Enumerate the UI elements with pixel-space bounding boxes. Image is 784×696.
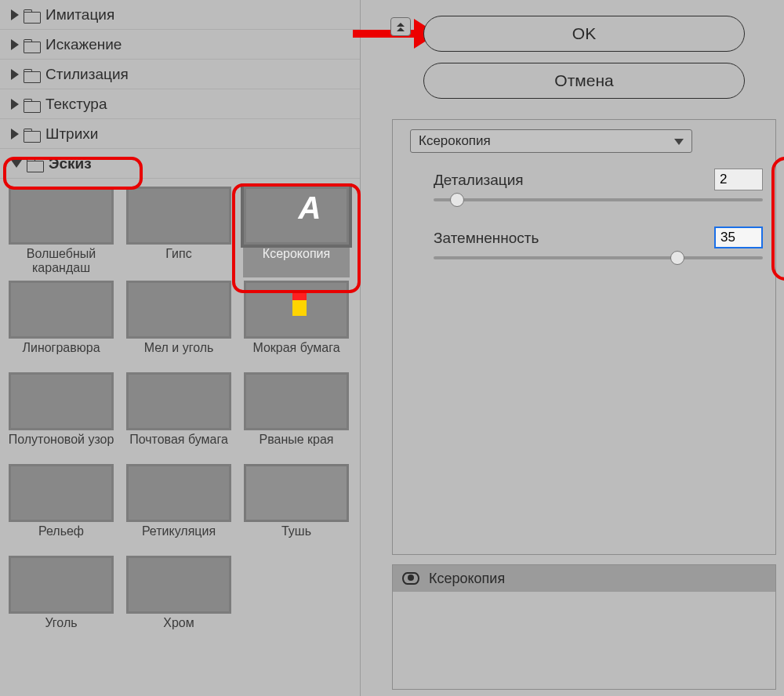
thumbnail-image [9,556,114,614]
thumbnail-image [126,187,231,245]
slider-thumb[interactable] [670,251,684,265]
ok-button[interactable]: OK [423,16,745,52]
category-row-texture[interactable]: Текстура [0,89,360,119]
thumbnail-label: Ксерокопия [263,247,330,275]
thumbnail-image [126,281,231,339]
expand-down-icon [11,160,22,168]
category-row-strokes[interactable]: Штрихи [0,119,360,149]
chevron-up-icon [397,23,405,27]
thumbnail-label: Хром [163,616,194,644]
filter-thumb-charcoal[interactable]: Уголь [8,556,114,644]
filter-thumb-magic-pencil[interactable]: Волшебный карандаш [8,187,114,277]
layer-name: Ксерокопия [429,571,505,587]
filter-thumb-wet-paper[interactable]: Мокрая бумага [243,281,350,369]
folder-icon [24,97,41,111]
param-detail-group: Детализация [434,172,763,189]
thumbnail-image [9,372,114,430]
filter-select-dropdown[interactable]: Ксерокопия [410,129,692,153]
expand-right-icon [11,39,19,50]
thumbnail-label: Линогравюра [22,341,100,369]
expand-right-icon [11,9,19,20]
folder-icon [24,67,41,82]
thumbnail-label: Рваные края [259,433,333,461]
thumbnail-image [126,464,231,522]
filter-thumb-kserocopy[interactable]: Ксерокопия [243,187,350,277]
eye-icon[interactable] [402,572,419,585]
filter-thumb-reticulation[interactable]: Ретикуляция [125,464,232,553]
filter-thumbnail-grid: Волшебный карандаш Гипс Ксерокопия Линог… [0,179,360,654]
thumbnail-label: Мокрая бумага [252,341,339,369]
param-darkness-input[interactable] [714,227,763,248]
thumbnail-label: Ретикуляция [142,524,216,553]
thumbnail-label: Рельеф [38,524,84,553]
category-row-stylize[interactable]: Стилизация [0,60,360,89]
collapse-panel-button[interactable] [390,17,411,36]
filter-thumb-torn-edges[interactable]: Рваные края [243,372,350,461]
folder-icon [24,8,41,22]
thumbnail-image [9,281,114,339]
param-detail-input[interactable] [714,169,763,190]
expand-right-icon [11,69,19,80]
param-darkness-slider[interactable] [434,256,763,259]
button-label: Отмена [554,71,613,90]
slider-thumb[interactable] [450,193,464,207]
filter-thumb-chrome[interactable]: Хром [125,556,232,644]
category-label: Имитация [45,6,114,24]
thumbnail-label: Уголь [45,616,77,644]
cancel-button[interactable]: Отмена [423,63,745,99]
category-row-distort[interactable]: Искажение [0,30,360,60]
thumbnail-image [126,556,231,614]
thumbnail-image [9,464,114,522]
chevron-up-icon [397,27,405,31]
folder-icon [24,127,41,141]
effect-layer-row[interactable]: Ксерокопия [393,565,775,592]
filter-settings-panel: OK Отмена Ксерокопия Детализация Затемне… [361,0,784,696]
category-label: Эскиз [49,155,92,172]
param-label: Затемненность [434,230,539,246]
thumbnail-image [244,372,349,430]
settings-group: Ксерокопия Детализация Затемненность [392,119,776,555]
filter-thumb-linocut[interactable]: Линогравюра [8,281,114,369]
thumbnail-label: Волшебный карандаш [8,247,114,275]
param-label: Детализация [434,172,524,188]
button-label: OK [572,24,596,43]
thumbnail-label: Мел и уголь [144,341,214,369]
category-row-imitation[interactable]: Имитация [0,0,360,30]
param-detail-slider[interactable] [434,198,763,201]
thumbnail-label: Тушь [281,524,311,553]
thumbnail-image [244,187,349,245]
filter-thumb-gips[interactable]: Гипс [125,187,232,277]
category-label: Текстура [45,96,107,113]
thumbnail-image [244,281,349,339]
thumbnail-image [9,187,114,245]
param-darkness-group: Затемненность [434,230,763,247]
thumbnail-label: Почтовая бумага [129,433,228,461]
chevron-down-icon [674,139,684,145]
filter-thumb-halftone[interactable]: Полутоновой узор [8,372,114,461]
expand-right-icon [11,99,19,110]
thumbnail-image [126,372,231,430]
category-label: Искажение [45,36,122,53]
dropdown-selected-label: Ксерокопия [419,133,491,149]
filter-thumb-notepaper[interactable]: Почтовая бумага [125,372,232,461]
thumbnail-image [244,464,349,522]
folder-icon [24,38,41,52]
category-label: Стилизация [45,66,129,83]
filter-thumb-ink[interactable]: Тушь [243,464,350,553]
folder-icon [27,157,44,171]
filter-category-panel: Имитация Искажение Стилизация Текстура Ш… [0,0,361,696]
thumbnail-label: Полутоновой узор [9,433,114,461]
expand-right-icon [11,129,19,140]
filter-thumb-relief[interactable]: Рельеф [8,464,114,553]
filter-thumb-chalk-charcoal[interactable]: Мел и уголь [125,281,232,369]
effect-layers-box: Ксерокопия [392,564,776,690]
thumbnail-label: Гипс [165,247,191,275]
category-row-sketch[interactable]: Эскиз [0,149,360,179]
category-label: Штрихи [45,125,98,143]
